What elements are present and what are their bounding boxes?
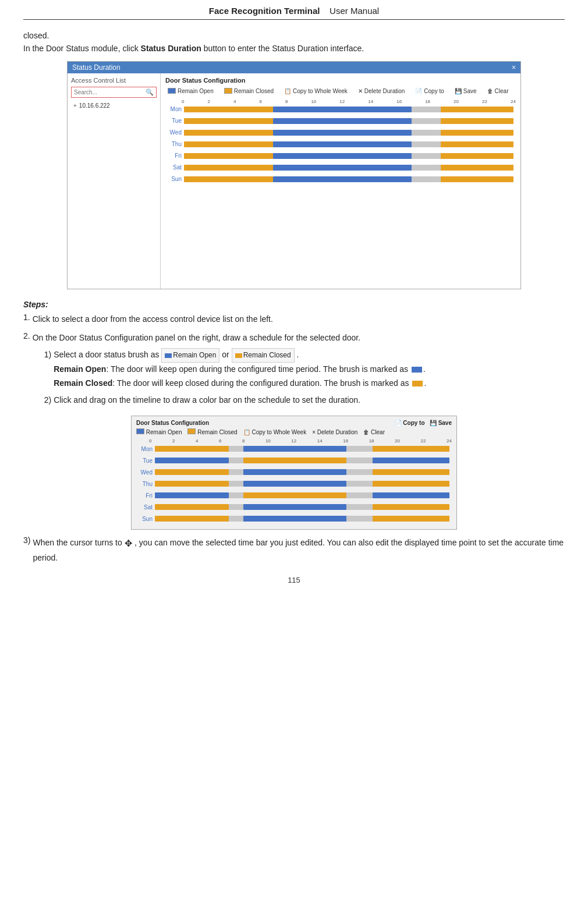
timeline-bar-blue[interactable] (243, 481, 346, 487)
search-input[interactable] (74, 89, 146, 95)
timeline-bar-orange[interactable] (184, 165, 273, 171)
timeline-track[interactable] (155, 491, 449, 500)
timeline-bar-blue[interactable] (273, 118, 412, 124)
copy-to-label: Copy to (424, 88, 444, 94)
remain-open-btn[interactable]: Remain Open (165, 87, 216, 95)
timeline-bar-orange[interactable] (155, 481, 229, 487)
timeline-bar-orange[interactable] (184, 176, 273, 182)
timeline-bar-orange[interactable] (184, 141, 273, 147)
dialog-close-button[interactable]: × (512, 63, 516, 72)
timeline-track[interactable] (184, 128, 513, 137)
save-label: Save (463, 88, 477, 94)
right-panel-title: Door Status Configuration (165, 77, 516, 84)
timeline-row: Sun (168, 175, 513, 184)
timeline-bar-blue[interactable] (373, 492, 449, 498)
timeline-bar-blue[interactable] (273, 141, 412, 147)
timeline-bar-orange[interactable] (441, 165, 513, 171)
timeline-bar-orange[interactable] (373, 469, 449, 475)
timeline-bar-orange[interactable] (441, 107, 513, 112)
timeline-bar-orange[interactable] (155, 446, 229, 452)
timeline-bar-blue[interactable] (273, 107, 412, 112)
timeline-bar-orange[interactable] (184, 153, 273, 159)
timeline-bar-blue[interactable] (155, 492, 229, 498)
timeline-track[interactable] (155, 456, 449, 465)
timeline-track[interactable] (184, 105, 513, 114)
search-box[interactable]: 🔍 (71, 87, 157, 98)
remain-open-inline-btn[interactable]: Remain Open (161, 348, 219, 362)
expand-icon: + (73, 102, 77, 109)
timeline-bar-orange[interactable] (441, 153, 513, 159)
day-label: Thu (168, 141, 184, 147)
screenshot2-title: Door Status Configuration (136, 420, 209, 426)
timeline-track[interactable] (184, 175, 513, 184)
timeline-bar-orange[interactable] (243, 492, 346, 498)
substep-1: 1) Select a door status brush as Remain … (44, 348, 565, 390)
timeline-bar-orange[interactable] (184, 130, 273, 136)
timeline-bar-orange[interactable] (184, 118, 273, 124)
remain-closed-label: Remain Closed (234, 88, 274, 94)
timeline-track[interactable] (184, 140, 513, 149)
timeline-bar-orange[interactable] (373, 481, 449, 487)
dialog-titlebar: Status Duration × (68, 62, 520, 73)
timeline-track[interactable] (155, 479, 449, 488)
timeline-bar-orange[interactable] (441, 176, 513, 182)
delete-duration-btn[interactable]: ✕ Delete Duration (356, 87, 407, 95)
toolbar2: Remain Open Remain Closed 📋 Copy to Whol… (136, 428, 452, 435)
timeline-bar-blue[interactable] (273, 176, 412, 182)
clear-btn[interactable]: 🗑 Clear (485, 87, 511, 95)
timeline-bar-orange[interactable] (243, 458, 346, 463)
timeline-row: Mon (139, 444, 449, 453)
timeline-bar-blue[interactable] (273, 165, 412, 171)
timeline-bar-orange[interactable] (441, 118, 513, 124)
timeline-bar-orange[interactable] (373, 504, 449, 510)
page-header: Face Recognition Terminal User Manual (23, 6, 565, 20)
cursor-icon: ✥ (125, 538, 134, 548)
timeline-track[interactable] (184, 163, 513, 172)
timeline-bar-blue[interactable] (243, 516, 346, 522)
timeline-track[interactable] (155, 502, 449, 512)
timeline-bar-blue[interactable] (243, 446, 346, 452)
remain-closed-inline-icon (235, 353, 242, 358)
timeline-track[interactable] (155, 444, 449, 453)
substep-2: 2) Click and drag on the timeline to dra… (44, 393, 565, 407)
timeline-bar-blue[interactable] (373, 458, 449, 463)
save-btn[interactable]: 💾 Save (452, 87, 479, 95)
remain-closed-inline-btn[interactable]: Remain Closed (232, 348, 295, 362)
timeline-bar-orange[interactable] (441, 130, 513, 136)
clear-btn2[interactable]: 🗑 Clear (363, 429, 385, 435)
timeline-bar-orange[interactable] (373, 516, 449, 522)
timeline-bar-orange[interactable] (155, 504, 229, 510)
delete-btn2[interactable]: × Delete Duration (312, 429, 357, 435)
substep-1-content: Select a door status brush as Remain Ope… (54, 348, 565, 390)
device-item[interactable]: + 10.16.6.222 (71, 101, 157, 110)
timeline-bar-blue[interactable] (243, 504, 346, 510)
tick-labels2: 024681012141618202224 (136, 438, 452, 444)
timeline-bar-blue[interactable] (273, 153, 412, 159)
timeline-track[interactable] (184, 151, 513, 161)
timeline-bar-orange[interactable] (373, 446, 449, 452)
timeline-track[interactable] (184, 116, 513, 126)
remain-open-bold: Remain Open (54, 364, 106, 374)
header-subtitle: User Manual (330, 6, 379, 16)
timeline-bar-orange[interactable] (441, 141, 513, 147)
timeline-track[interactable] (155, 467, 449, 477)
copy-to-label2: 📄 Copy to (395, 420, 425, 426)
copy-to-btn[interactable]: 📄 Copy to (413, 87, 446, 95)
copy-to-whole-week-btn[interactable]: 📋 Copy to Whole Week (282, 87, 350, 95)
timeline-row: Mon (168, 105, 513, 114)
timeline-bar-blue[interactable] (243, 469, 346, 475)
timeline-bar-orange[interactable] (184, 107, 273, 112)
day-label: Thu (139, 481, 155, 487)
timeline-track[interactable] (155, 514, 449, 523)
copy-week-btn2[interactable]: 📋 Copy to Whole Week (243, 429, 307, 435)
timeline-bar-blue[interactable] (155, 458, 229, 463)
timeline-bar-blue[interactable] (273, 130, 412, 136)
blue-swatch (412, 367, 422, 373)
timeline-bar-orange[interactable] (155, 516, 229, 522)
timeline-row: Wed (168, 128, 513, 137)
remain-closed-btn[interactable]: Remain Closed (222, 87, 276, 95)
timeline-bar-orange[interactable] (155, 469, 229, 475)
day-label: Wed (139, 469, 155, 476)
timeline-area2: MonTueWedThuFriSatSun (136, 444, 452, 523)
dialog-body: Access Control List 🔍 + 10.16.6.222 Door… (68, 73, 520, 289)
